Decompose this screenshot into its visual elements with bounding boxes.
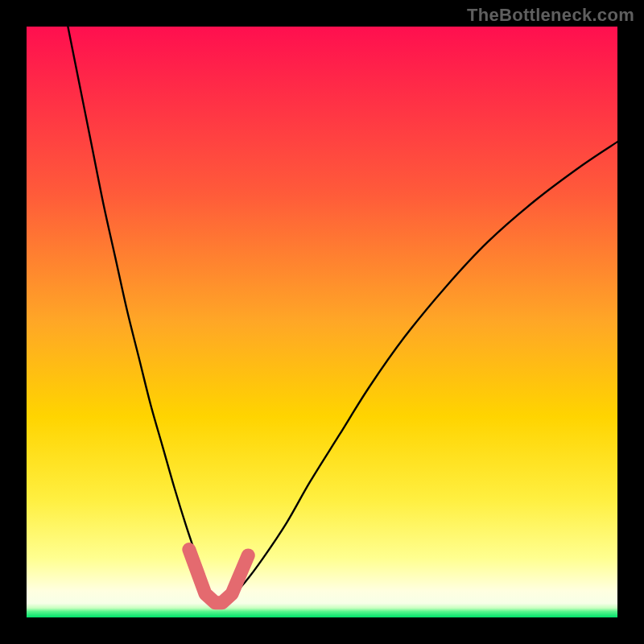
watermark-text: TheBottleneck.com bbox=[467, 5, 634, 26]
chart-container: { "watermark": "TheBottleneck.com", "col… bbox=[0, 0, 644, 644]
bottleneck-chart bbox=[0, 0, 644, 644]
plot-area bbox=[27, 27, 617, 617]
